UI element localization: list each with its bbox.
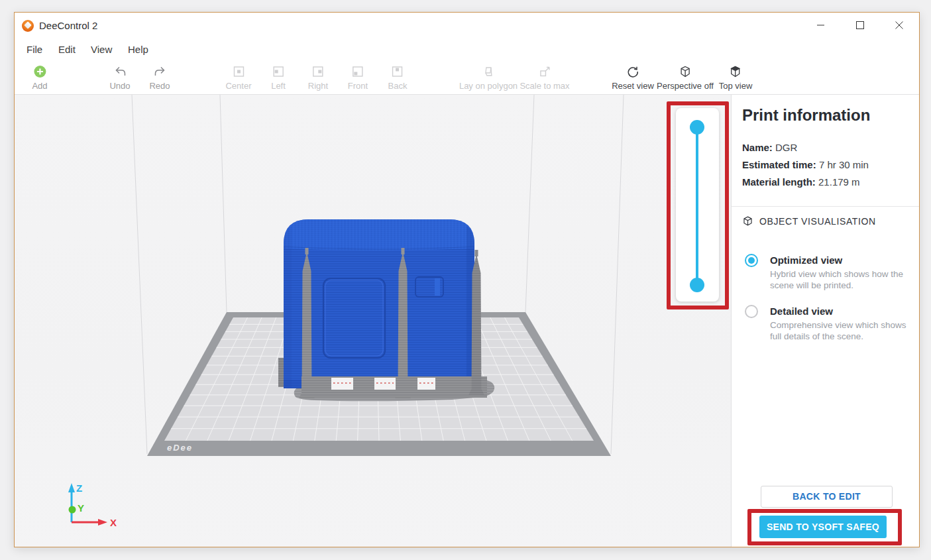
scale-to-max-icon [538, 65, 551, 78]
axes-indicator: Z X Y [68, 482, 117, 528]
panel-divider [732, 206, 919, 207]
z-axis-arrow [68, 483, 75, 492]
maximize-button[interactable] [849, 15, 871, 35]
close-button[interactable] [888, 15, 910, 35]
send-to-safeq-button[interactable]: SEND TO YSOFT SAFEQ [759, 516, 887, 538]
app-window: DeeControl 2 File Edit View Help Add Und… [14, 12, 920, 547]
window-title: DeeControl 2 [39, 20, 97, 31]
right-icon [311, 65, 325, 78]
layer-slider-handle-top[interactable] [690, 120, 704, 135]
object-top-face [284, 219, 474, 251]
front-icon [351, 65, 364, 78]
add-icon [33, 65, 46, 78]
print-name-row: Name: DGR [742, 142, 797, 153]
print-time-row: Estimated time: 7 hr 30 min [742, 159, 869, 170]
plate-brand-label: eDee [167, 443, 193, 453]
toolbar-redo-button[interactable]: Redo [149, 65, 170, 91]
object-left-shade [284, 226, 292, 388]
back-icon [391, 65, 404, 78]
menu-file[interactable]: File [27, 44, 42, 55]
back-to-edit-button[interactable]: BACK TO EDIT [761, 486, 893, 508]
minimize-button[interactable] [810, 15, 832, 35]
toolbar-reset-view-button[interactable]: Reset view [612, 65, 654, 91]
toolbar-top-view-button[interactable]: Top view [719, 65, 753, 91]
minimize-icon [817, 21, 825, 29]
left-icon [272, 65, 285, 78]
reset-view-icon [626, 65, 639, 78]
redo-icon [153, 65, 166, 78]
printed-object[interactable] [278, 219, 494, 401]
toolbar-back-button[interactable]: Back [388, 65, 408, 91]
print-material-row: Material length: 21.179 m [742, 176, 860, 188]
menu-edit[interactable]: Edit [58, 44, 76, 55]
app-logo-icon [22, 20, 34, 32]
center-icon [232, 65, 245, 78]
viewport-3d[interactable]: eDee [15, 95, 731, 547]
menu-bar: File Edit View Help [15, 38, 919, 60]
toolbar-left-button[interactable]: Left [271, 65, 286, 91]
menu-help[interactable]: Help [128, 44, 148, 55]
x-axis-label: X [110, 517, 117, 528]
radio-detailed[interactable] [745, 305, 758, 318]
z-axis-label: Z [76, 482, 82, 494]
y-axis-label: Y [78, 502, 84, 514]
x-axis-arrow [98, 519, 107, 526]
top-view-icon [729, 65, 742, 78]
radio-optimized[interactable] [745, 254, 758, 267]
print-info-panel: Print information Name: DGR Estimated ti… [731, 95, 919, 547]
base-windows [331, 378, 435, 390]
y-axis-dot [69, 506, 76, 514]
toolbar-front-button[interactable]: Front [348, 65, 368, 91]
toolbar-add-button[interactable]: Add [32, 65, 47, 91]
toolbar-undo-button[interactable]: Undo [109, 65, 130, 91]
toolbar-scale-to-max-button[interactable]: Scale to max [520, 65, 569, 91]
close-icon [895, 21, 903, 29]
toolbar-perspective-button[interactable]: Perspective off [657, 65, 714, 91]
layer-slider-track[interactable] [696, 127, 698, 285]
cube-icon [742, 215, 753, 227]
toolbar-center-button[interactable]: Center [225, 65, 251, 91]
layer-slider-handle-bottom[interactable] [690, 278, 704, 292]
perspective-off-icon [679, 65, 692, 78]
toolbar-lay-on-polygon-button[interactable]: Lay on polygon [459, 65, 518, 91]
title-bar: DeeControl 2 [15, 13, 919, 38]
undo-icon [113, 65, 127, 78]
maximize-icon [856, 21, 864, 29]
visualisation-heading: OBJECT VISUALISATION [742, 215, 876, 227]
layer-slider [676, 108, 719, 302]
toolbar: Add Undo Redo Center Left Right Front [15, 60, 919, 95]
menu-view[interactable]: View [91, 44, 112, 55]
toolbar-right-button[interactable]: Right [308, 65, 328, 91]
scene-3d: eDee [15, 95, 731, 547]
lay-on-polygon-icon [482, 65, 495, 78]
print-info-title: Print information [742, 106, 870, 125]
